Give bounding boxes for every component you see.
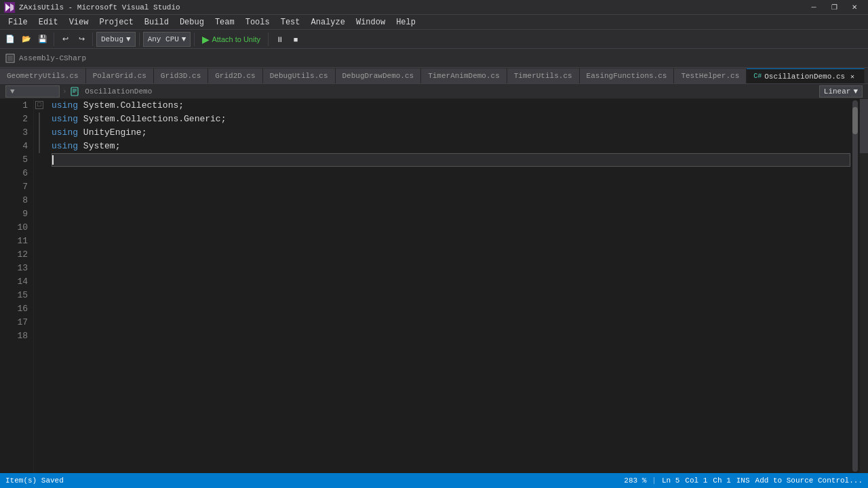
separator-2 [92,33,93,46]
scrollbar-track[interactable] [852,100,858,472]
line-num-5: 5 [0,153,28,167]
tab-debug-utils[interactable]: DebugUtils.cs [263,68,336,83]
breadcrumb-bar: ▼ › OscillationDemo Linear ▼ [0,84,868,99]
menu-tools[interactable]: Tools [240,15,275,30]
status-ch[interactable]: Ch 1 [713,476,730,485]
tab-grid3d[interactable]: Grid3D.cs [154,68,208,83]
menu-window[interactable]: Window [351,15,391,30]
pause-button[interactable]: ⏸ [272,32,287,47]
attach-to-unity-button[interactable]: ▶ Attach to Unity [198,32,264,47]
status-source-control[interactable]: Add to Source Control... [755,476,863,485]
status-ln[interactable]: Ln 5 [662,476,679,485]
scrollbar-thumb[interactable] [852,107,858,134]
status-ins[interactable]: INS [736,476,750,485]
menu-analyze[interactable]: Analyze [306,15,351,30]
debug-mode-dropdown[interactable]: Debug ▼ [96,32,136,47]
open-button[interactable]: 📂 [19,32,34,47]
tab-label: DebugDrawDemo.cs [342,72,414,80]
save-button[interactable]: 💾 [35,32,50,47]
code-line-3: using UnityEngine; [52,126,850,140]
undo-button[interactable]: ↩ [58,32,73,47]
keyword-using-1: using [52,99,78,113]
secondary-toolbar: Assembly-CSharp [0,49,868,68]
separator-4 [194,33,195,46]
status-right: 283 % | Ln 5 Col 1 Ch 1 INS Add to Sourc… [624,476,863,485]
code-line-6 [52,167,850,180]
minimap-thumb[interactable] [860,99,868,153]
editor-area[interactable]: 1 2 3 4 5 6 7 8 9 10 11 12 13 14 15 16 1… [0,99,868,473]
menu-team[interactable]: Team [210,15,240,30]
nav-left-dropdown[interactable]: ▼ [5,85,60,98]
code-line-12 [52,248,850,262]
keyword-using-2: using [52,113,78,126]
nav-right-dropdown[interactable]: Linear ▼ [819,85,863,98]
menu-help[interactable]: Help [391,15,421,30]
tab-label: OscillationDemo.cs [764,73,845,81]
line-numbers: 1 2 3 4 5 6 7 8 9 10 11 12 13 14 15 16 1… [0,99,34,473]
new-project-button[interactable]: 📄 [3,32,18,47]
menu-view[interactable]: View [64,15,94,30]
menu-debug[interactable]: Debug [174,15,210,30]
tab-label: Grid3D.cs [161,72,201,80]
tab-close-button[interactable]: ✕ [848,72,857,81]
breadcrumb-separator: › [62,87,67,96]
code-line-15 [52,289,850,302]
window-controls: ─ ❐ ✕ [804,1,864,14]
line-num-2: 2 [0,113,28,126]
assembly-label: Assembly-CSharp [19,54,86,62]
menu-bar: File Edit View Project Build Debug Team … [0,15,868,30]
fold-button-1[interactable]: □ [35,101,43,109]
menu-file[interactable]: File [3,15,33,30]
tab-label: EasingFunctions.cs [587,72,667,80]
code-line-17 [52,316,850,329]
text-cursor [52,155,54,165]
menu-test[interactable]: Test [275,15,306,30]
svg-marker-0 [5,3,10,12]
status-col[interactable]: Col 1 [685,476,707,485]
tab-label: Grid2D.cs [215,72,255,80]
tab-easing-functions[interactable]: EasingFunctions.cs [580,68,675,83]
code-text-4: System; [83,140,121,153]
platform-dropdown[interactable]: Any CPU ▼ [143,32,191,47]
title-bar: ZAxisUtils - Microsoft Visual Studio ─ ❐… [0,0,868,15]
tab-timer-utils[interactable]: TimerUtils.cs [507,68,580,83]
restore-button[interactable]: ❐ [825,1,844,14]
line-num-17: 17 [0,316,28,329]
tab-debug-draw-demo[interactable]: DebugDrawDemo.cs [336,68,422,83]
redo-button[interactable]: ↪ [74,32,89,47]
close-button[interactable]: ✕ [845,1,864,14]
tab-label: PolarGrid.cs [93,72,146,80]
tab-test-helper[interactable]: TestHelper.cs [674,68,747,83]
code-line-8 [52,194,850,207]
play-icon: ▶ [202,34,210,45]
status-bar: Item(s) Saved 283 % | Ln 5 Col 1 Ch 1 IN… [0,473,868,488]
line-num-4: 4 [0,140,28,153]
editor-main: 1 2 3 4 5 6 7 8 9 10 11 12 13 14 15 16 1… [0,99,868,473]
status-zoom[interactable]: 283 % [624,476,646,485]
line-num-6: 6 [0,167,28,180]
tab-grid2d[interactable]: Grid2D.cs [208,68,262,83]
menu-edit[interactable]: Edit [33,15,64,30]
tab-timer-anim-demo[interactable]: TimerAnimDemo.cs [421,68,507,83]
line-num-9: 9 [0,207,28,221]
tab-oscillation-demo[interactable]: C# OscillationDemo.cs ✕ [747,68,865,83]
code-editor[interactable]: using System.Collections; using System.C… [45,99,850,473]
menu-project[interactable]: Project [94,15,138,30]
stop-button[interactable]: ■ [288,32,303,47]
status-left: Item(s) Saved [5,476,64,485]
code-line-14 [52,275,850,289]
minimap [860,99,868,473]
vertical-scrollbar[interactable] [850,99,860,473]
tab-label: TestHelper.cs [681,72,739,80]
line-num-16: 16 [0,302,28,316]
tab-polar-grid[interactable]: PolarGrid.cs [86,68,154,83]
status-saved[interactable]: Item(s) Saved [5,476,64,485]
tab-bar: GeometryUtils.cs PolarGrid.cs Grid3D.cs … [0,68,868,84]
minimize-button[interactable]: ─ [804,1,823,14]
assembly-icon [3,51,18,66]
code-line-16 [52,302,850,316]
code-line-10 [52,221,850,235]
menu-build[interactable]: Build [139,15,174,30]
tab-geometry-utils[interactable]: GeometryUtils.cs [0,68,86,83]
line-num-11: 11 [0,235,28,248]
